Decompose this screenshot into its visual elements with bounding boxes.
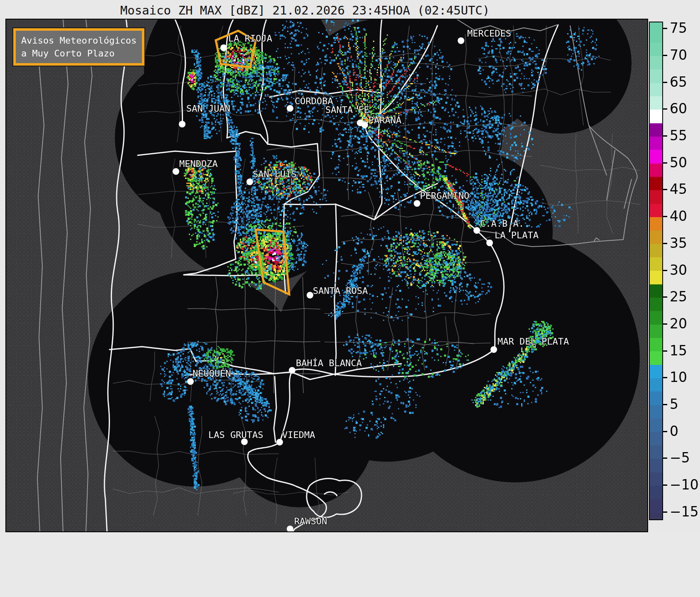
colorbar-tick-mark	[662, 350, 667, 352]
city-dot	[289, 367, 295, 374]
city-label: SANTA FE	[325, 105, 369, 115]
colorbar-segment	[650, 365, 662, 378]
colorbar-segment	[650, 56, 662, 69]
colorbar-segment	[650, 418, 662, 432]
colorbar-tick-mark	[662, 216, 667, 217]
colorbar-segment	[650, 96, 662, 110]
city-label: PERGAMINO	[420, 191, 469, 201]
city-dot	[187, 378, 194, 385]
colorbar-segment	[650, 271, 662, 284]
colorbar-tick-label: −5	[670, 450, 690, 466]
city-label: MENDOZA	[179, 159, 218, 169]
colorbar-segment	[650, 177, 662, 190]
colorbar-segment	[650, 43, 662, 56]
colorbar-segment	[650, 284, 662, 298]
city-dot	[473, 227, 480, 234]
page-title: Mosaico ZH MAX [dBZ] 21.02.2026 23:45HOA…	[0, 3, 610, 17]
colorbar-segment	[650, 150, 662, 163]
colorbar-segment	[650, 338, 662, 351]
colorbar-segment	[650, 432, 662, 445]
colorbar-tick-label: 40	[670, 208, 687, 224]
city-dot	[220, 44, 227, 51]
colorbar-tick-mark	[662, 296, 667, 298]
colorbar-tick-label: 65	[670, 73, 687, 90]
warning-line1: Avisos Meteorológicos	[21, 35, 137, 46]
colorbar-segment	[650, 230, 662, 244]
city-label: NEUQUÉN	[193, 368, 231, 379]
colorbar-segment	[650, 137, 662, 150]
city-label: VIEDMA	[282, 430, 315, 440]
warning-polygons	[216, 31, 289, 294]
colorbar-segment	[650, 204, 662, 217]
colorbar-tick-mark	[662, 82, 667, 83]
colorbar-tick-mark	[662, 484, 667, 486]
warning-line2: a Muy Corto Plazo	[21, 48, 115, 59]
city-label: BAHÍA BLANCA	[296, 358, 362, 368]
colorbar-tick-label: 10	[670, 369, 687, 385]
colorbar-segment	[650, 110, 662, 123]
colorbar-segment	[650, 244, 662, 257]
colorbar-tick-label: −10	[670, 477, 699, 493]
city-label: MERCEDES	[467, 28, 511, 39]
city-dot	[486, 240, 493, 246]
city-label: RAWSON	[294, 516, 327, 526]
colorbar-segment	[650, 217, 662, 230]
colorbar-segment	[650, 445, 662, 459]
colorbar-tick-mark	[662, 511, 667, 513]
city-label: PARANÁ	[368, 115, 401, 125]
city-dot	[490, 346, 497, 353]
colorbar-tick-label: 0	[670, 423, 678, 439]
city-dot	[287, 526, 293, 532]
colorbar-tick-label: 75	[670, 20, 687, 36]
colorbar-tick-label: 15	[670, 342, 687, 358]
colorbar-segment	[650, 123, 662, 137]
reflectivity-colorbar	[649, 22, 663, 520]
colorbar-segment	[650, 486, 662, 499]
colorbar-tick-label: 25	[670, 289, 687, 305]
colorbar-tick-label: 55	[670, 127, 687, 144]
colorbar-segment	[650, 405, 662, 418]
city-dot	[361, 122, 368, 128]
colorbar-tick-mark	[662, 377, 667, 378]
colorbar-tick-mark	[662, 458, 667, 459]
city-dot	[276, 439, 283, 445]
colorbar-tick-label: 70	[670, 47, 687, 63]
footer-logos: Servicio Meteorológico Nacional Argentin…	[0, 532, 700, 597]
colorbar-segment	[650, 190, 662, 203]
city-label: C.A.B.A.	[480, 218, 524, 229]
colorbar-tick-mark	[662, 189, 667, 190]
city-dot	[246, 179, 253, 185]
colorbar-segment	[650, 378, 662, 391]
city-dot	[307, 292, 313, 298]
colorbar-segment	[650, 351, 662, 365]
city-dot	[414, 200, 420, 207]
colorbar-segment	[650, 499, 662, 512]
city-label: SANTA ROSA	[313, 286, 368, 296]
warning-legend-box: Avisos Meteorológicos a Muy Corto Plazo	[13, 28, 144, 66]
city-label: LA RIOJA	[228, 33, 272, 44]
colorbar-segment	[650, 391, 662, 405]
colorbar-tick-label: 20	[670, 316, 687, 332]
colorbar-segment	[650, 472, 662, 486]
colorbar-tick-label: 5	[670, 396, 678, 412]
colorbar-segment	[650, 83, 662, 96]
city-label: LAS GRUTAS	[208, 430, 263, 440]
city-dot	[287, 105, 293, 112]
city-dot	[173, 168, 179, 175]
colorbar-tick-mark	[662, 270, 667, 271]
city-dot	[179, 121, 185, 127]
colorbar-segment	[650, 298, 662, 311]
colorbar-tick-label: 35	[670, 235, 687, 251]
colorbar-segment	[650, 164, 662, 177]
city-label: MAR DEL PLATA	[498, 336, 569, 347]
colorbar-segment	[650, 459, 662, 472]
colorbar-tick-label: 30	[670, 262, 687, 278]
colorbar-segment	[650, 257, 662, 271]
colorbar-segment	[650, 311, 662, 324]
colorbar-tick-mark	[662, 243, 667, 244]
colorbar-segment	[650, 325, 662, 338]
city-label: SAN JUAN	[186, 103, 230, 114]
colorbar-tick-mark	[662, 108, 667, 110]
colorbar-segment	[650, 29, 662, 42]
colorbar-segment	[650, 69, 662, 83]
